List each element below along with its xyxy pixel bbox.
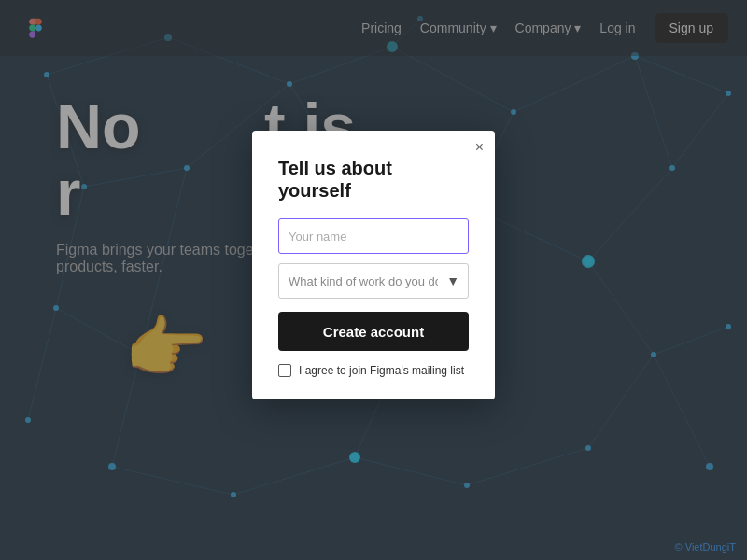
modal-close-button[interactable]: × — [475, 140, 484, 155]
mailing-list-checkbox[interactable] — [278, 364, 291, 377]
tell-us-modal: × Tell us about yourself What kind of wo… — [252, 131, 495, 399]
mailing-list-label: I agree to join Figma's mailing list — [299, 364, 464, 377]
modal-overlay: × Tell us about yourself What kind of wo… — [0, 0, 747, 560]
work-select[interactable]: What kind of work do you do? * Design En… — [278, 263, 469, 299]
create-account-button[interactable]: Create account — [278, 312, 469, 351]
name-input[interactable] — [278, 218, 469, 254]
modal-title: Tell us about yourself — [278, 157, 469, 202]
work-select-wrapper: What kind of work do you do? * Design En… — [278, 263, 469, 299]
mailing-list-row: I agree to join Figma's mailing list — [278, 364, 469, 377]
